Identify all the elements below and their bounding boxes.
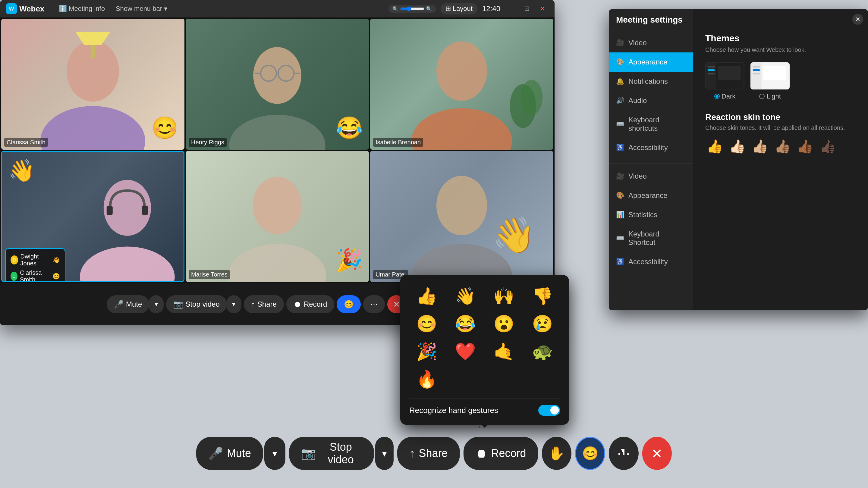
enlarged-stop-video-label: Stop video bbox=[320, 441, 362, 466]
show-menu-label: Show menu bar bbox=[116, 5, 162, 13]
zoom-out-icon[interactable]: 🔍 bbox=[393, 6, 398, 12]
record-icon: ⏺ bbox=[293, 300, 301, 309]
enlarged-mute-dropdown[interactable]: ▾ bbox=[264, 437, 285, 470]
enlarged-share-button[interactable]: ↑ Share bbox=[397, 437, 460, 470]
emoji-thumbs-down[interactable]: 👎 bbox=[525, 284, 560, 308]
skin-tone-title: Reaction skin tone bbox=[705, 112, 856, 122]
stop-video-button[interactable]: 📷 Stop video bbox=[166, 295, 227, 313]
settings-nav-statistics[interactable]: 📊 Statistics bbox=[609, 205, 693, 224]
enlarged-video-dropdown[interactable]: ▾ bbox=[375, 437, 394, 470]
chevron-down-icon: ▾ bbox=[164, 5, 167, 13]
recognize-toggle[interactable] bbox=[538, 405, 560, 416]
settings-content: Themes Choose how you want Webex to look… bbox=[693, 9, 868, 310]
emoji-heart[interactable]: ❤️ bbox=[448, 339, 483, 364]
minimize-button[interactable]: — bbox=[505, 3, 517, 15]
skin-tone-5[interactable]: 👍🏾 bbox=[796, 137, 815, 156]
emoji-thumbs-up[interactable]: 👍 bbox=[409, 284, 444, 308]
settings-nav-notifications[interactable]: 🔔 Notifications bbox=[609, 72, 693, 91]
emoji-smile[interactable]: 😊 bbox=[409, 312, 444, 336]
enlarged-share-icon: ↑ bbox=[409, 447, 415, 460]
emoji-raised-hands[interactable]: 🙌 bbox=[487, 284, 521, 308]
dark-theme-label: Dark bbox=[714, 93, 735, 100]
emoji-party[interactable]: 🎉 bbox=[409, 339, 444, 364]
light-theme-option[interactable]: Light bbox=[750, 62, 789, 100]
emoji-surprised[interactable]: 😮 bbox=[487, 312, 521, 336]
share-label: Share bbox=[257, 300, 277, 308]
more-button-small[interactable]: ⋯ bbox=[363, 295, 385, 313]
emoji-turtle[interactable]: 🐢 bbox=[525, 339, 560, 364]
emoji-reaction-popup: 👍 👋 🙌 👎 😊 😂 😮 😢 🎉 ❤️ 🤙 🐢 🔥 Recognize han… bbox=[400, 275, 569, 425]
emoji-call-me[interactable]: 🤙 bbox=[487, 339, 521, 364]
svg-point-21 bbox=[436, 176, 487, 235]
svg-text:👋: 👋 bbox=[493, 215, 536, 256]
settings-close-button[interactable]: ✕ bbox=[852, 14, 863, 25]
video-cell-marise: 🎉 Marise Torres bbox=[186, 151, 369, 282]
skin-tone-2[interactable]: 👍🏻 bbox=[728, 137, 747, 156]
recognize-row: Recognize hand gestures bbox=[409, 398, 560, 416]
settings-nav-keyboard[interactable]: ⌨️ Keyboard shortcuts bbox=[609, 110, 693, 138]
reaction-clarissa: 😊 bbox=[53, 272, 60, 280]
settings-nav-video-2[interactable]: 🎥 Video bbox=[609, 167, 693, 186]
app-title: Webex bbox=[19, 4, 44, 13]
skin-tone-3[interactable]: 👍🏼 bbox=[750, 137, 770, 156]
meeting-info-label: Meeting info bbox=[69, 5, 105, 13]
emoji-fire[interactable]: 🔥 bbox=[409, 367, 444, 391]
close-button[interactable]: ✕ bbox=[536, 3, 549, 15]
settings-nav-video-label: Video bbox=[628, 38, 647, 47]
enlarged-stop-video-button[interactable]: 📷 Stop video bbox=[289, 437, 374, 470]
svg-point-12 bbox=[411, 108, 512, 150]
enlarged-end-call-icon: ✕ bbox=[651, 446, 662, 461]
enlarged-more-button[interactable]: ⋯ bbox=[609, 437, 639, 470]
settings-nav-audio-label: Audio bbox=[628, 96, 647, 105]
enlarged-gesture-button[interactable]: ✋ bbox=[542, 437, 572, 470]
participant-video-6: 👋 bbox=[370, 151, 553, 282]
enlarged-video-group: 📷 Stop video ▾ bbox=[289, 437, 394, 470]
mute-dropdown[interactable]: ▾ bbox=[149, 295, 164, 313]
settings-nav-video[interactable]: 🎥 Video bbox=[609, 33, 693, 53]
mute-button[interactable]: 🎤 Mute bbox=[107, 295, 149, 313]
meeting-info-button[interactable]: ℹ️ Meeting info bbox=[56, 3, 108, 14]
settings-nav-appearance[interactable]: 🎨 Appearance bbox=[609, 53, 693, 72]
emoji-laugh[interactable]: 😂 bbox=[448, 312, 483, 336]
dark-radio[interactable] bbox=[714, 94, 720, 99]
mute-label: Mute bbox=[126, 300, 142, 308]
skin-tone-1[interactable]: 👍 bbox=[705, 137, 724, 156]
themes-title: Themes bbox=[705, 33, 856, 43]
settings-panel: ✕ Meeting settings 🎥 Video 🎨 Appearance … bbox=[609, 9, 868, 310]
theme-options: Dark Light bbox=[705, 62, 856, 100]
light-radio[interactable] bbox=[759, 94, 765, 99]
enlarged-end-call-button[interactable]: ✕ bbox=[642, 437, 672, 470]
enlarged-record-button[interactable]: ⏺ Record bbox=[464, 437, 538, 470]
layout-button[interactable]: ⊞ Layout bbox=[441, 3, 477, 14]
themes-sub: Choose how you want Webex to look. bbox=[705, 46, 856, 53]
reactions-button-small[interactable]: 😊 bbox=[337, 295, 361, 313]
participant-name-5: Marise Torres bbox=[189, 270, 230, 279]
share-button[interactable]: ↑ Share bbox=[244, 295, 284, 313]
svg-rect-3 bbox=[91, 45, 95, 58]
enlarged-reactions-button[interactable]: 😊 bbox=[575, 437, 605, 470]
settings-nav-keyboard-shortcut[interactable]: ⌨️ Keyboard Shortcut bbox=[609, 224, 693, 252]
dark-theme-option[interactable]: Dark bbox=[705, 62, 744, 100]
participant-name-1: Clarissa Smith bbox=[4, 138, 48, 147]
settings-nav-audio[interactable]: 🔊 Audio bbox=[609, 91, 693, 110]
skin-tone-4[interactable]: 👍🏽 bbox=[773, 137, 792, 156]
emoji-cry[interactable]: 😢 bbox=[525, 312, 560, 336]
hand-icon: ✋ bbox=[548, 446, 565, 461]
zoom-slider[interactable] bbox=[400, 6, 424, 11]
zoom-in-icon[interactable]: 🔍 bbox=[426, 6, 432, 12]
show-menu-button[interactable]: Show menu bar ▾ bbox=[113, 3, 170, 14]
settings-nav-accessibility-2[interactable]: ♿ Accessibility bbox=[609, 252, 693, 271]
skin-tone-6[interactable]: 👍🏿 bbox=[818, 137, 837, 156]
record-button[interactable]: ⏺ Record bbox=[286, 295, 334, 313]
notifications-nav-icon: 🔔 bbox=[616, 77, 624, 85]
maximize-button[interactable]: ⊡ bbox=[521, 3, 533, 15]
settings-nav-appearance-2[interactable]: 🎨 Appearance bbox=[609, 186, 693, 205]
dark-theme-svg bbox=[706, 63, 744, 89]
enlarged-mute-button[interactable]: 🎤 Mute bbox=[196, 437, 263, 470]
video-dropdown[interactable]: ▾ bbox=[226, 295, 241, 313]
emoji-wave[interactable]: 👋 bbox=[448, 284, 483, 308]
appearance-2-nav-icon: 🎨 bbox=[616, 192, 624, 199]
light-theme-label: Light bbox=[759, 93, 781, 100]
participant-video-3 bbox=[370, 19, 553, 150]
settings-nav-accessibility[interactable]: ♿ Accessibility bbox=[609, 138, 693, 157]
